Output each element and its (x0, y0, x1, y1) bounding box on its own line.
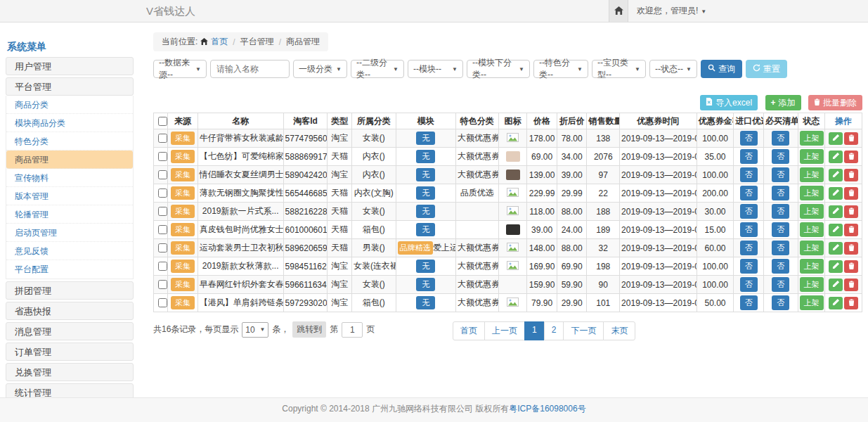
must-buy-toggle[interactable]: 否 (772, 204, 789, 219)
page-button-1[interactable]: 1 (524, 321, 545, 340)
row-checkbox[interactable] (158, 207, 167, 216)
must-buy-toggle[interactable]: 否 (772, 131, 789, 146)
source-badge[interactable]: 采集 (171, 223, 195, 236)
edit-button[interactable] (829, 205, 843, 218)
on-shelf-button[interactable]: 上架 (800, 149, 824, 164)
delete-button[interactable] (844, 260, 858, 273)
sidebar-item-特色分类[interactable]: 特色分类 (6, 132, 133, 151)
sidebar-group-消息管理[interactable]: 消息管理 (6, 322, 134, 340)
add-button[interactable]: + 添加 (765, 95, 801, 110)
on-shelf-button[interactable]: 上架 (800, 277, 824, 292)
row-checkbox[interactable] (158, 262, 167, 271)
home-shortcut-button[interactable] (609, 0, 628, 22)
sidebar-item-商品分类[interactable]: 商品分类 (6, 96, 133, 114)
sidebar-item-启动页管理[interactable]: 启动页管理 (6, 224, 133, 242)
edit-button[interactable] (829, 242, 843, 255)
source-badge[interactable]: 采集 (171, 278, 195, 291)
sidebar-item-平台配置[interactable]: 平台配置 (6, 260, 133, 279)
delete-button[interactable] (844, 132, 858, 145)
edit-button[interactable] (829, 224, 843, 236)
row-checkbox[interactable] (158, 298, 167, 307)
page-button-末页[interactable]: 末页 (603, 321, 635, 340)
import-select-toggle[interactable]: 否 (740, 295, 758, 310)
source-badge[interactable]: 采集 (171, 150, 195, 163)
edit-button[interactable] (829, 279, 843, 291)
edit-button[interactable] (829, 297, 843, 309)
import-select-toggle[interactable]: 否 (740, 277, 758, 292)
filter-select-二级分类[interactable]: --二级分类--▼ (351, 60, 404, 78)
source-badge[interactable]: 采集 (171, 296, 195, 309)
sidebar-item-版本管理[interactable]: 版本管理 (6, 187, 133, 205)
source-badge[interactable]: 采集 (171, 132, 195, 145)
import-select-toggle[interactable]: 否 (740, 204, 758, 219)
sidebar-group-用户管理[interactable]: 用户管理 (6, 57, 134, 75)
sidebar-group-省惠快报[interactable]: 省惠快报 (6, 302, 134, 320)
delete-button[interactable] (844, 205, 858, 218)
filter-select-宝贝类型[interactable]: --宝贝类型--▼ (592, 60, 646, 78)
must-buy-toggle[interactable]: 否 (772, 277, 789, 292)
filter-select-一级分类[interactable]: 一级分类▼ (293, 60, 347, 78)
delete-button[interactable] (844, 151, 858, 163)
import-excel-button[interactable]: 导入excel (700, 95, 758, 110)
filter-select-模块下分类[interactable]: --模块下分类--▼ (467, 60, 530, 78)
row-checkbox[interactable] (158, 134, 167, 143)
must-buy-toggle[interactable]: 否 (772, 295, 789, 310)
import-select-toggle[interactable]: 否 (740, 186, 758, 200)
filter-select-状态[interactable]: --状态--▼ (649, 60, 697, 78)
sidebar-item-宣传物料[interactable]: 宣传物料 (6, 169, 133, 187)
source-badge[interactable]: 采集 (171, 241, 195, 255)
sidebar-group-订单管理[interactable]: 订单管理 (6, 343, 134, 361)
reset-button[interactable]: 重置 (746, 60, 787, 78)
import-select-toggle[interactable]: 否 (740, 149, 758, 164)
user-menu[interactable]: 欢迎您，管理员!▼ (637, 0, 706, 23)
edit-button[interactable] (829, 260, 843, 273)
sidebar-item-模块商品分类[interactable]: 模块商品分类 (6, 114, 133, 132)
sidebar-group-拼团管理[interactable]: 拼团管理 (6, 281, 134, 300)
edit-button[interactable] (829, 151, 843, 163)
page-button-首页[interactable]: 首页 (453, 321, 485, 340)
edit-button[interactable] (829, 132, 843, 145)
on-shelf-button[interactable]: 上架 (800, 204, 824, 219)
on-shelf-button[interactable]: 上架 (800, 259, 824, 274)
must-buy-toggle[interactable]: 否 (772, 149, 789, 164)
row-checkbox[interactable] (158, 188, 167, 198)
row-checkbox[interactable] (158, 243, 167, 252)
import-select-toggle[interactable]: 否 (740, 259, 758, 274)
on-shelf-button[interactable]: 上架 (800, 295, 824, 310)
row-checkbox[interactable] (158, 170, 167, 179)
must-buy-toggle[interactable]: 否 (772, 167, 789, 182)
breadcrumb-home-link[interactable]: 首页 (211, 36, 228, 48)
page-button-下一页[interactable]: 下一页 (563, 321, 604, 340)
source-badge[interactable]: 采集 (171, 260, 195, 273)
import-select-toggle[interactable]: 否 (740, 241, 758, 255)
on-shelf-button[interactable]: 上架 (800, 241, 824, 255)
import-select-toggle[interactable]: 否 (740, 167, 758, 182)
sidebar-item-轮播管理[interactable]: 轮播管理 (6, 205, 133, 224)
icp-link[interactable]: 粤ICP备16098006号 (509, 404, 585, 414)
must-buy-toggle[interactable]: 否 (772, 259, 789, 274)
sidebar-group-兑换管理[interactable]: 兑换管理 (6, 363, 134, 381)
edit-button[interactable] (829, 169, 843, 181)
must-buy-toggle[interactable]: 否 (772, 222, 789, 237)
delete-button[interactable] (844, 297, 858, 309)
row-checkbox[interactable] (158, 152, 167, 161)
delete-button[interactable] (844, 279, 858, 291)
source-badge[interactable]: 采集 (171, 205, 195, 218)
import-select-toggle[interactable]: 否 (740, 131, 758, 146)
delete-button[interactable] (844, 224, 858, 236)
delete-button[interactable] (844, 187, 858, 200)
page-button-上一页[interactable]: 上一页 (484, 321, 525, 340)
delete-button[interactable] (844, 242, 858, 255)
query-button[interactable]: 查询 (701, 60, 742, 78)
sidebar-group-平台管理[interactable]: 平台管理 (6, 77, 134, 96)
on-shelf-button[interactable]: 上架 (800, 131, 824, 146)
filter-select-模块[interactable]: --模块--▼ (408, 60, 463, 78)
select-all-checkbox[interactable] (158, 117, 167, 126)
batch-delete-button[interactable]: 批量删除 (808, 95, 862, 110)
jump-button[interactable]: 跳转到 (292, 321, 326, 338)
on-shelf-button[interactable]: 上架 (800, 167, 824, 182)
name-search-input[interactable] (210, 60, 290, 78)
per-page-select[interactable]: 10 ▼ (242, 322, 268, 338)
delete-button[interactable] (844, 169, 858, 181)
must-buy-toggle[interactable]: 否 (772, 186, 789, 200)
